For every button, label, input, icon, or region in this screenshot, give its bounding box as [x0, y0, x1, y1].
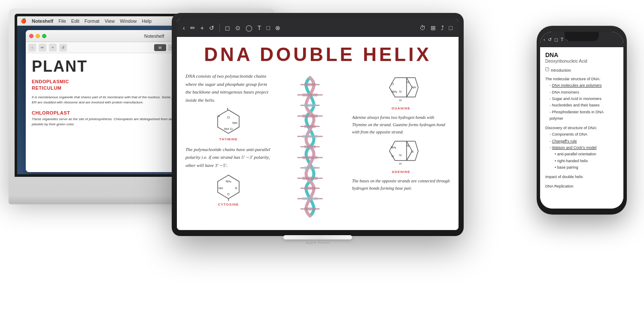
thymine-structure: O NH NH O O THYMINE [185, 108, 271, 141]
menubar-help[interactable]: Help [142, 18, 152, 24]
toolbar-view1-btn[interactable]: ▤ [154, 44, 166, 51]
menubar-edit[interactable]: Edit [71, 18, 79, 24]
ipad: ‹ ✏ + ↺ ◻ ⊙ ◯ T □ ⊗ ⏱ ⊞ ⤴ □ [172, 13, 464, 236]
svg-text:NH: NH [232, 121, 237, 125]
menubar-app[interactable]: Noteshelf [32, 18, 53, 24]
bullet-sugar: - Sugar and Acid in monomers [545, 96, 618, 102]
svg-text:N: N [407, 81, 409, 84]
pencil-body [283, 235, 352, 239]
maximize-button[interactable] [42, 34, 46, 38]
menubar-format[interactable]: Format [85, 18, 100, 24]
adenine-structure: NH₂ N N N N H ADENINE [352, 139, 450, 174]
traffic-lights [29, 34, 46, 38]
guanine-label: GUANINE [352, 106, 450, 110]
dna-content-area: DNA consists of two polynucleotide chain… [185, 72, 450, 221]
svg-rect-33 [304, 145, 316, 148]
ipad-eraser-btn[interactable]: ⊙ [235, 24, 240, 31]
iphone-dna-heading: DNA [545, 51, 618, 58]
toolbar-add-btn[interactable]: + [49, 44, 57, 51]
disc-sub3: • base pairing [555, 164, 618, 171]
ipad-screen: ‹ ✏ + ↺ ◻ ⊙ ◯ T □ ⊗ ⏱ ⊞ ⤴ □ [177, 19, 459, 230]
guanine-structure: O N NH NH₂ N H GUANINE [352, 76, 450, 110]
disc-sub1: • anti-parallel orientation [555, 151, 618, 157]
toolbar-undo-btn[interactable]: ↺ [59, 44, 67, 51]
impact-title: Impact of double helix [545, 173, 618, 180]
iphone-view-btn[interactable]: ◻ [554, 37, 558, 42]
bullet-polymers: - DNA molecules are polymers [545, 82, 618, 89]
menubar-window[interactable]: Window [120, 18, 137, 24]
svg-rect-25 [304, 104, 316, 107]
ipad-notes-area: DNA DOUBLE HELIX DNA consists of two pol… [177, 37, 459, 230]
svg-text:O: O [227, 115, 230, 119]
toolbar-pencil-btn[interactable]: ✏ [39, 44, 46, 51]
iphone-text-btn[interactable]: T [561, 37, 564, 42]
iphone: ‹ ↺ ◻ T + □ ✏ DNA Deoxyribonucleic Acid [537, 26, 627, 215]
thymine-label: THYMINE [185, 137, 271, 141]
svg-rect-23 [302, 94, 318, 97]
svg-text:O: O [392, 82, 394, 85]
dna-text-col: DNA consists of two polynucleotide chain… [185, 72, 271, 221]
ipad-close-btn[interactable]: ⊗ [275, 24, 280, 31]
ipad-pencil-btn[interactable]: ✏ [190, 24, 195, 31]
disc-chargaff: - Chargaff's rule [545, 138, 618, 145]
close-button[interactable] [29, 34, 33, 38]
svg-rect-39 [302, 177, 318, 180]
menubar-file[interactable]: File [58, 18, 66, 24]
scene: 🍎 Noteshelf File Edit Format View Window… [0, 0, 644, 321]
svg-text:N: N [392, 154, 394, 157]
ipad-clock-btn[interactable]: ⏱ [419, 24, 425, 31]
menubar-view[interactable]: View [105, 18, 115, 24]
svg-text:NH₂: NH₂ [392, 90, 397, 93]
endoplasmic-body: It is membranous organelle that shares p… [32, 95, 192, 105]
disc-sub-bullets: • anti-parallel orientation • right-hand… [545, 151, 618, 171]
ipad-outer: ‹ ✏ + ↺ ◻ ⊙ ◯ T □ ⊗ ⏱ ⊞ ⤴ □ [172, 13, 464, 236]
svg-text:N: N [411, 150, 413, 153]
svg-text:N: N [399, 154, 401, 157]
ipad-share-btn[interactable]: ⤴ [441, 24, 444, 31]
apple-icon: 🍎 [21, 18, 27, 24]
ipad-add-btn[interactable]: + [200, 24, 204, 31]
pencil-label: Apple Pencil [306, 241, 330, 245]
svg-text:N: N [235, 187, 237, 190]
iphone-undo-btn[interactable]: ↺ [548, 37, 552, 42]
svg-rect-45 [304, 207, 316, 210]
ipad-layout-btn[interactable]: ⊞ [431, 24, 436, 31]
dna-para1: DNA consists of two polynucleotide chain… [185, 72, 271, 104]
svg-text:NH₂: NH₂ [225, 180, 231, 183]
bullet-nucleotides: - Nucleotides and their bases [545, 102, 618, 109]
ipad-pen-btn[interactable]: ◻ [225, 24, 230, 31]
dna-helix-col [276, 72, 344, 221]
ipad-undo-btn[interactable]: ↺ [209, 24, 214, 31]
svg-text:O: O [227, 193, 230, 196]
iphone-back-btn[interactable]: ‹ [544, 37, 545, 42]
replication-title: DNA Replication [545, 183, 618, 190]
iphone-outline: Introduction The molecular structure of … [545, 67, 618, 190]
disc-components: - Components of DNA [545, 131, 618, 138]
mol-structure-title: The molecular structure of DNA: [545, 76, 618, 82]
iphone-content: DNA Deoxyribonucleic Acid Introduction T… [540, 47, 623, 209]
cytosine-structure: NH₂ N NH O CYTOSINE [185, 173, 271, 206]
dna-main-title: DNA DOUBLE HELIX [185, 44, 450, 65]
svg-rect-31 [302, 135, 318, 138]
cytosine-label: CYTOSINE [185, 203, 271, 206]
iphone-outer: ‹ ↺ ◻ T + □ ✏ DNA Deoxyribonucleic Acid [537, 26, 627, 215]
iphone-dna-sub: Deoxyribonucleic Acid [545, 59, 618, 64]
ipad-text-btn[interactable]: T [258, 24, 261, 31]
iphone-notch [565, 32, 599, 41]
svg-text:H: H [399, 162, 401, 165]
svg-rect-29 [304, 125, 316, 128]
ipad-back-btn[interactable]: ‹ [183, 24, 185, 31]
ipad-more-btn[interactable]: □ [449, 24, 453, 31]
iphone-screen: ‹ ↺ ◻ T + □ ✏ DNA Deoxyribonucleic Acid [540, 32, 623, 209]
intro-checkbox[interactable] [545, 67, 549, 71]
minimize-button[interactable] [36, 34, 40, 38]
svg-text:H: H [399, 99, 401, 102]
ipad-shape-btn[interactable]: □ [266, 24, 270, 31]
disc-watson: - Watson and Crick's model [545, 145, 618, 151]
dna-helix-svg [289, 74, 331, 220]
ipad-lasso-btn[interactable]: ◯ [246, 24, 252, 31]
ipad-sep1 [219, 24, 220, 32]
toolbar-back-btn[interactable]: ‹ [28, 44, 36, 51]
dna-right-col: O N NH NH₂ N H GUANINE Adenin [349, 72, 450, 221]
svg-text:NH: NH [219, 187, 223, 190]
